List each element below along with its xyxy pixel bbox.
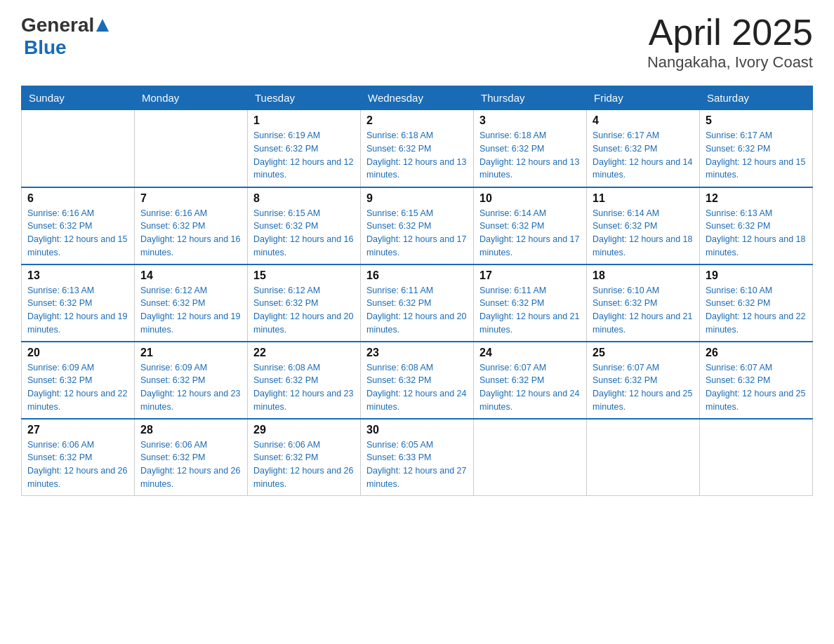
calendar-cell: 5Sunrise: 6:17 AMSunset: 6:32 PMDaylight… (700, 110, 813, 187)
day-info: Sunrise: 6:06 AMSunset: 6:32 PMDaylight:… (253, 438, 355, 491)
calendar-cell: 16Sunrise: 6:11 AMSunset: 6:32 PMDayligh… (361, 264, 474, 342)
day-header-tuesday: Tuesday (248, 86, 361, 110)
day-number: 10 (479, 192, 581, 205)
calendar-cell: 11Sunrise: 6:14 AMSunset: 6:32 PMDayligh… (587, 187, 700, 264)
calendar-cell: 21Sunrise: 6:09 AMSunset: 6:32 PMDayligh… (135, 342, 248, 419)
day-number: 19 (706, 269, 807, 282)
calendar-cell: 24Sunrise: 6:07 AMSunset: 6:32 PMDayligh… (474, 342, 587, 419)
calendar-cell: 28Sunrise: 6:06 AMSunset: 6:32 PMDayligh… (135, 419, 248, 496)
day-number: 18 (593, 269, 694, 282)
calendar-cell: 19Sunrise: 6:10 AMSunset: 6:32 PMDayligh… (700, 264, 813, 342)
logo-blue-text: Blue (24, 36, 67, 59)
day-number: 12 (706, 192, 807, 205)
calendar-cell: 7Sunrise: 6:16 AMSunset: 6:32 PMDaylight… (135, 187, 248, 264)
day-number: 4 (593, 114, 694, 127)
day-number: 17 (479, 269, 581, 282)
svg-marker-0 (96, 19, 109, 32)
page-header: General Blue April 2025 Nangakaha, Ivory… (21, 14, 813, 72)
calendar-cell (22, 110, 135, 187)
day-info: Sunrise: 6:06 AMSunset: 6:32 PMDaylight:… (140, 438, 241, 491)
day-info: Sunrise: 6:05 AMSunset: 6:33 PMDaylight:… (366, 438, 468, 491)
calendar-cell: 2Sunrise: 6:18 AMSunset: 6:32 PMDaylight… (361, 110, 474, 187)
day-info: Sunrise: 6:14 AMSunset: 6:32 PMDaylight:… (479, 207, 581, 260)
day-info: Sunrise: 6:07 AMSunset: 6:32 PMDaylight:… (593, 361, 694, 414)
day-info: Sunrise: 6:11 AMSunset: 6:32 PMDaylight:… (479, 284, 581, 337)
calendar-cell: 30Sunrise: 6:05 AMSunset: 6:33 PMDayligh… (361, 419, 474, 496)
day-number: 26 (706, 347, 807, 359)
calendar-cell: 27Sunrise: 6:06 AMSunset: 6:32 PMDayligh… (22, 419, 135, 496)
day-number: 14 (140, 269, 241, 282)
day-info: Sunrise: 6:06 AMSunset: 6:32 PMDaylight:… (27, 438, 128, 491)
calendar-cell: 26Sunrise: 6:07 AMSunset: 6:32 PMDayligh… (700, 342, 813, 419)
day-number: 16 (366, 269, 468, 282)
calendar-week-row: 20Sunrise: 6:09 AMSunset: 6:32 PMDayligh… (22, 342, 813, 419)
day-number: 29 (253, 424, 355, 436)
day-info: Sunrise: 6:07 AMSunset: 6:32 PMDaylight:… (479, 361, 581, 414)
calendar-cell: 20Sunrise: 6:09 AMSunset: 6:32 PMDayligh… (22, 342, 135, 419)
day-info: Sunrise: 6:09 AMSunset: 6:32 PMDaylight:… (140, 361, 241, 414)
calendar-header-row: SundayMondayTuesdayWednesdayThursdayFrid… (22, 86, 813, 110)
location-title: Nangakaha, Ivory Coast (647, 53, 813, 72)
calendar-cell: 1Sunrise: 6:19 AMSunset: 6:32 PMDaylight… (248, 110, 361, 187)
day-number: 21 (140, 347, 241, 359)
day-number: 1 (253, 114, 355, 127)
day-info: Sunrise: 6:15 AMSunset: 6:32 PMDaylight:… (366, 207, 468, 260)
day-info: Sunrise: 6:14 AMSunset: 6:32 PMDaylight:… (593, 207, 694, 260)
title-section: April 2025 Nangakaha, Ivory Coast (647, 14, 813, 72)
day-info: Sunrise: 6:16 AMSunset: 6:32 PMDaylight:… (27, 207, 128, 260)
day-number: 30 (366, 424, 468, 436)
calendar-cell: 15Sunrise: 6:12 AMSunset: 6:32 PMDayligh… (248, 264, 361, 342)
day-info: Sunrise: 6:18 AMSunset: 6:32 PMDaylight:… (479, 129, 581, 182)
calendar-cell (474, 419, 587, 496)
calendar-cell (700, 419, 813, 496)
calendar-cell (587, 419, 700, 496)
calendar-cell: 23Sunrise: 6:08 AMSunset: 6:32 PMDayligh… (361, 342, 474, 419)
day-number: 25 (593, 347, 694, 359)
calendar-cell: 6Sunrise: 6:16 AMSunset: 6:32 PMDaylight… (22, 187, 135, 264)
day-header-thursday: Thursday (474, 86, 587, 110)
day-number: 24 (479, 347, 581, 359)
day-number: 2 (366, 114, 468, 127)
day-number: 9 (366, 192, 468, 205)
day-number: 6 (27, 192, 128, 205)
day-info: Sunrise: 6:15 AMSunset: 6:32 PMDaylight:… (253, 207, 355, 260)
calendar-week-row: 6Sunrise: 6:16 AMSunset: 6:32 PMDaylight… (22, 187, 813, 264)
day-number: 27 (27, 424, 128, 436)
day-number: 11 (593, 192, 694, 205)
day-info: Sunrise: 6:11 AMSunset: 6:32 PMDaylight:… (366, 284, 468, 337)
day-number: 28 (140, 424, 241, 436)
logo-triangle-icon (96, 19, 109, 34)
day-header-friday: Friday (587, 86, 700, 110)
day-info: Sunrise: 6:07 AMSunset: 6:32 PMDaylight:… (706, 361, 807, 414)
calendar-cell: 4Sunrise: 6:17 AMSunset: 6:32 PMDaylight… (587, 110, 700, 187)
day-number: 20 (27, 347, 128, 359)
calendar-cell: 18Sunrise: 6:10 AMSunset: 6:32 PMDayligh… (587, 264, 700, 342)
day-header-wednesday: Wednesday (361, 86, 474, 110)
calendar-cell: 3Sunrise: 6:18 AMSunset: 6:32 PMDaylight… (474, 110, 587, 187)
month-title: April 2025 (647, 14, 813, 51)
calendar-cell: 14Sunrise: 6:12 AMSunset: 6:32 PMDayligh… (135, 264, 248, 342)
day-number: 23 (366, 347, 468, 359)
day-info: Sunrise: 6:17 AMSunset: 6:32 PMDaylight:… (706, 129, 807, 182)
day-number: 5 (706, 114, 807, 127)
calendar-table: SundayMondayTuesdayWednesdayThursdayFrid… (21, 86, 813, 496)
day-number: 8 (253, 192, 355, 205)
day-info: Sunrise: 6:12 AMSunset: 6:32 PMDaylight:… (253, 284, 355, 337)
day-info: Sunrise: 6:10 AMSunset: 6:32 PMDaylight:… (593, 284, 694, 337)
day-number: 15 (253, 269, 355, 282)
calendar-week-row: 13Sunrise: 6:13 AMSunset: 6:32 PMDayligh… (22, 264, 813, 342)
day-info: Sunrise: 6:12 AMSunset: 6:32 PMDaylight:… (140, 284, 241, 337)
calendar-cell: 9Sunrise: 6:15 AMSunset: 6:32 PMDaylight… (361, 187, 474, 264)
calendar-week-row: 1Sunrise: 6:19 AMSunset: 6:32 PMDaylight… (22, 110, 813, 187)
day-info: Sunrise: 6:09 AMSunset: 6:32 PMDaylight:… (27, 361, 128, 414)
day-info: Sunrise: 6:19 AMSunset: 6:32 PMDaylight:… (253, 129, 355, 182)
day-info: Sunrise: 6:08 AMSunset: 6:32 PMDaylight:… (366, 361, 468, 414)
day-number: 7 (140, 192, 241, 205)
day-info: Sunrise: 6:13 AMSunset: 6:32 PMDaylight:… (706, 207, 807, 260)
calendar-cell: 22Sunrise: 6:08 AMSunset: 6:32 PMDayligh… (248, 342, 361, 419)
calendar-cell: 29Sunrise: 6:06 AMSunset: 6:32 PMDayligh… (248, 419, 361, 496)
calendar-week-row: 27Sunrise: 6:06 AMSunset: 6:32 PMDayligh… (22, 419, 813, 496)
day-header-monday: Monday (135, 86, 248, 110)
logo-general-text: General (21, 14, 94, 36)
day-info: Sunrise: 6:13 AMSunset: 6:32 PMDaylight:… (27, 284, 128, 337)
